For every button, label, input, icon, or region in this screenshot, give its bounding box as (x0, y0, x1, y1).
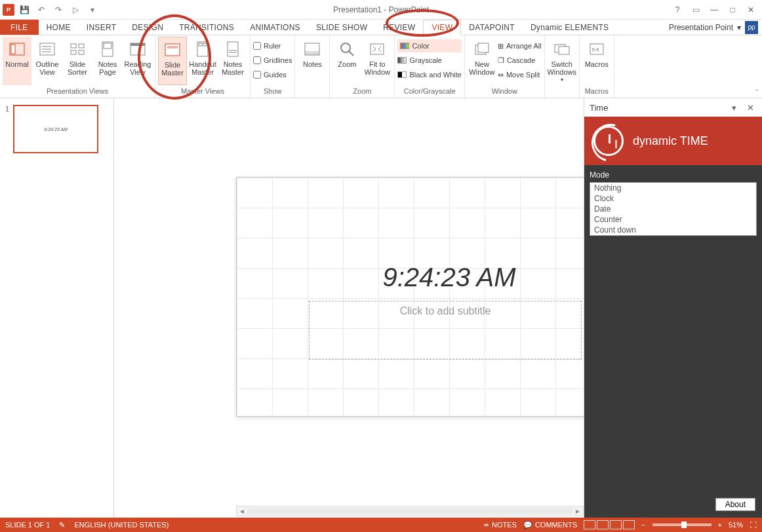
comments-toggle[interactable]: 💬 COMMENTS (523, 521, 577, 529)
slide-counter[interactable]: SLIDE 1 OF 1 (5, 521, 50, 529)
notes-master-button[interactable]: Notes Master (218, 37, 247, 85)
move-split-button[interactable]: ⇔Move Split (498, 68, 542, 81)
account-badge: pp (745, 21, 758, 34)
slide[interactable]: 9:24:23 AM Click to add subtitle (236, 177, 584, 417)
svg-rect-8 (71, 50, 76, 54)
guides-checkbox[interactable]: Guides (253, 68, 292, 81)
work-area: 1 9:24:23 AM 9:24:23 AM Click to add sub… (0, 98, 762, 518)
ruler-checkbox[interactable]: Ruler (253, 39, 292, 52)
collapse-ribbon-icon[interactable]: ˆ (755, 88, 758, 96)
gridlines-checkbox[interactable]: Gridlines (253, 54, 292, 67)
svg-line-25 (349, 51, 353, 56)
tab-dynamic-elements[interactable]: Dynamic ELEMENTS (523, 20, 617, 35)
undo-icon[interactable]: ↶ (34, 3, 49, 17)
about-button[interactable]: About (715, 498, 755, 511)
group-label (298, 87, 327, 98)
tab-view[interactable]: VIEW (423, 20, 461, 35)
tab-review[interactable]: REVIEW (375, 20, 423, 35)
handout-master-button[interactable]: Handout Master (188, 37, 217, 85)
mode-option[interactable]: Count down (590, 225, 756, 235)
slide-master-button[interactable]: Slide Master (158, 37, 187, 85)
fit-to-window-icon[interactable]: ⛶ (750, 521, 757, 529)
switch-windows-button[interactable]: Switch Windows▾ (548, 37, 576, 85)
pane-body: Mode Nothing Clock Date Counter Count do… (584, 165, 762, 518)
mode-option[interactable]: Nothing (590, 183, 756, 193)
scroll-left-icon[interactable]: ◂ (237, 506, 247, 516)
tab-design[interactable]: DESIGN (124, 20, 171, 35)
reading-view-icon[interactable] (610, 520, 622, 529)
quick-access-toolbar: P 💾 ↶ ↷ ▷ ▾ (0, 3, 100, 17)
help-icon[interactable]: ? (669, 3, 686, 17)
mode-listbox[interactable]: Nothing Clock Date Counter Count down (590, 182, 757, 236)
start-from-beginning-icon[interactable]: ▷ (68, 3, 83, 17)
notes-button[interactable]: Notes (298, 37, 327, 85)
title-bar: P 💾 ↶ ↷ ▷ ▾ Presentation1 - PowerPoint ?… (0, 0, 762, 20)
grayscale-button[interactable]: Grayscale (397, 54, 461, 67)
group-color-grayscale: Color Grayscale Black and White Color/Gr… (395, 35, 464, 98)
mode-option[interactable]: Counter (590, 214, 756, 225)
zoom-level[interactable]: 51% (729, 521, 743, 529)
mode-option[interactable]: Clock (590, 193, 756, 204)
tab-animations[interactable]: ANIMATIONS (242, 20, 308, 35)
window-controls: ? ▭ — □ ✕ (669, 3, 762, 17)
pane-brand: dynamic TIME (584, 117, 762, 165)
slide-number: 1 (5, 105, 9, 153)
svg-rect-11 (104, 43, 111, 48)
tab-home[interactable]: HOME (39, 20, 79, 35)
save-icon[interactable]: 💾 (17, 3, 31, 17)
tab-slideshow[interactable]: SLIDE SHOW (308, 20, 375, 35)
tab-insert[interactable]: INSERT (79, 20, 125, 35)
mode-option[interactable]: Date (590, 204, 756, 214)
outline-view-button[interactable]: Outline View (33, 37, 62, 85)
status-bar: SLIDE 1 OF 1 ✎ ENGLISH (UNITED STATES) ≐… (0, 518, 762, 532)
new-window-button[interactable]: New Window (468, 37, 496, 85)
slide-thumbnail[interactable]: 9:24:23 AM (13, 105, 98, 153)
notes-page-button[interactable]: Notes Page (93, 37, 122, 85)
window-title: Presentation1 - PowerPoint (333, 5, 429, 14)
zoom-slider[interactable] (652, 523, 712, 526)
macros-button[interactable]: Macros (582, 37, 611, 85)
color-button[interactable]: Color (397, 39, 461, 52)
fit-to-window-button[interactable]: Fit to Window (363, 37, 391, 85)
slide-canvas[interactable]: 9:24:23 AM Click to add subtitle ◂ ▸ (114, 98, 584, 518)
normal-view-icon[interactable] (584, 520, 595, 529)
svg-rect-28 (478, 43, 489, 52)
tab-file[interactable]: FILE (0, 20, 39, 35)
close-button[interactable]: ✕ (742, 3, 759, 17)
redo-icon[interactable]: ↷ (51, 3, 66, 17)
spellcheck-icon[interactable]: ✎ (59, 521, 65, 529)
restore-button[interactable]: □ (724, 3, 741, 17)
ribbon-display-options-icon[interactable]: ▭ (687, 3, 704, 17)
account-area[interactable]: Presentation Point▾ pp (669, 20, 762, 35)
normal-view-button[interactable]: Normal (3, 37, 31, 85)
slide-title-text[interactable]: 9:24:23 AM (237, 263, 584, 292)
language-indicator[interactable]: ENGLISH (UNITED STATES) (74, 521, 169, 529)
zoom-in-button[interactable]: + (718, 521, 722, 529)
qat-more-icon[interactable]: ▾ (85, 3, 100, 17)
arrange-all-button[interactable]: ⊞Arrange All (498, 39, 542, 52)
account-name: Presentation Point (669, 23, 733, 32)
horizontal-scrollbar[interactable]: ◂ ▸ (236, 506, 584, 516)
sorter-view-icon[interactable] (597, 520, 609, 529)
notes-toggle[interactable]: ≐ NOTES (483, 521, 517, 529)
group-label: Window (468, 87, 542, 98)
tab-datapoint[interactable]: DATAPOINT (461, 20, 523, 35)
zoom-out-button[interactable]: − (641, 521, 645, 529)
group-label: Color/Grayscale (397, 87, 461, 98)
slide-sorter-button[interactable]: Slide Sorter (63, 37, 92, 85)
group-presentation-views: Normal Outline View Slide Sorter Notes P… (0, 35, 155, 98)
slideshow-view-icon[interactable] (623, 520, 635, 529)
group-label (548, 87, 576, 98)
subtitle-placeholder[interactable]: Click to add subtitle (309, 301, 582, 360)
scroll-right-icon[interactable]: ▸ (572, 506, 583, 516)
pane-dropdown-icon[interactable]: ▾ (729, 103, 739, 113)
pane-close-icon[interactable]: ✕ (744, 103, 757, 113)
reading-view-button[interactable]: Reading View (123, 37, 152, 85)
tab-transitions[interactable]: TRANSITIONS (171, 20, 242, 35)
cascade-button[interactable]: ❐Cascade (498, 54, 542, 67)
black-white-button[interactable]: Black and White (397, 68, 461, 81)
svg-rect-23 (305, 51, 319, 55)
clock-icon (593, 126, 624, 156)
zoom-button[interactable]: Zoom (332, 37, 361, 85)
minimize-button[interactable]: — (706, 3, 723, 17)
